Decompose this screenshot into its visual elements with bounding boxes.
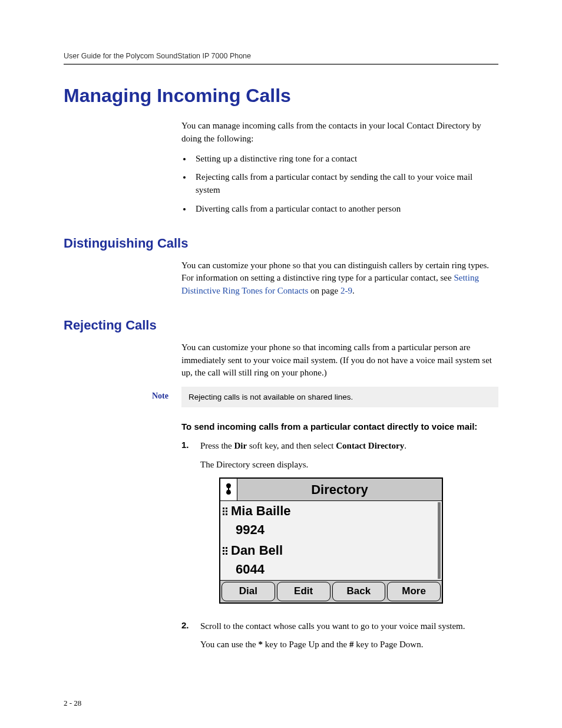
bold-text: Dir	[234, 441, 247, 450]
text-fragment: key to Page Down.	[354, 640, 424, 649]
rejecting-paragraph: You can customize your phone so that inc…	[181, 341, 498, 380]
handset-icon	[220, 479, 237, 502]
list-item: Mia Baille 9924	[220, 501, 437, 541]
note-block: Note Rejecting calls is not available on…	[64, 387, 498, 407]
softkey-more: More	[387, 582, 441, 601]
step-line: Scroll to the contact whose calls you wa…	[200, 620, 498, 633]
xref-page[interactable]: 2-9	[340, 286, 352, 295]
text-fragment: You can use the	[200, 640, 258, 649]
text-fragment: key to Page Up and the	[263, 640, 349, 649]
distinguishing-paragraph: You can customize your phone so that you…	[181, 259, 498, 298]
step-line: You can use the * key to Page Up and the…	[200, 638, 498, 651]
page-title: Managing Incoming Calls	[64, 85, 498, 107]
contact-name: Dan Bell	[231, 541, 283, 560]
text-fragment: soft key, and then select	[247, 441, 336, 450]
step-body: Press the Dir soft key, and then select …	[200, 440, 498, 614]
step-followup: The Directory screen displays.	[200, 459, 498, 472]
screen-title: Directory	[237, 479, 442, 502]
bullet-item: Rejecting calls from a particular contac…	[192, 171, 498, 197]
procedure-title: To send incoming calls from a particular…	[181, 421, 498, 431]
softkey-edit: Edit	[277, 582, 330, 601]
screen-list: Mia Baille 9924 Dan Bell 6044	[220, 501, 442, 580]
softkey-row: Dial Edit Back More	[220, 580, 442, 602]
step-number: 2.	[181, 620, 200, 658]
grip-icon	[223, 508, 227, 515]
contact-number: 9924	[223, 521, 435, 539]
bullet-item: Setting up a distinctive ring tone for a…	[192, 153, 498, 166]
step-number: 1.	[181, 440, 200, 614]
text-fragment: on page	[308, 286, 340, 295]
section-heading-rejecting: Rejecting Calls	[64, 318, 498, 333]
note-label: Note	[64, 391, 181, 401]
note-text: Rejecting calls is not available on shar…	[181, 387, 498, 407]
step-body: Scroll to the contact whose calls you wa…	[200, 620, 498, 658]
step: 2. Scroll to the contact whose calls you…	[181, 620, 498, 658]
text-fragment: .	[352, 286, 355, 295]
grip-icon	[223, 547, 227, 555]
scrollbar	[438, 502, 441, 579]
list-item: Dan Bell 6044	[220, 541, 437, 580]
softkey-back: Back	[332, 582, 386, 601]
section-heading-distinguishing: Distinguishing Calls	[64, 236, 498, 251]
bullet-item: Diverting calls from a particular contac…	[192, 203, 498, 216]
intro-bullets: Setting up a distinctive ring tone for a…	[181, 153, 498, 216]
bold-text: *	[258, 640, 263, 649]
intro-paragraph: You can manage incoming calls from the c…	[181, 120, 498, 146]
directory-screenshot: Directory Mia Baille 9924	[219, 477, 443, 604]
text-fragment: Press the	[200, 441, 234, 450]
text-fragment: You can customize your phone so that you…	[181, 261, 489, 283]
contact-name: Mia Baille	[231, 502, 290, 521]
softkey-dial: Dial	[222, 582, 275, 601]
page-number: 2 - 28	[64, 699, 498, 708]
step: 1. Press the Dir soft key, and then sele…	[181, 440, 498, 614]
contact-number: 6044	[223, 560, 435, 579]
text-fragment: .	[404, 441, 406, 450]
running-header: User Guide for the Polycom SoundStation …	[64, 52, 498, 65]
bold-text: Contact Directory	[336, 441, 404, 450]
bold-text: #	[349, 640, 354, 649]
